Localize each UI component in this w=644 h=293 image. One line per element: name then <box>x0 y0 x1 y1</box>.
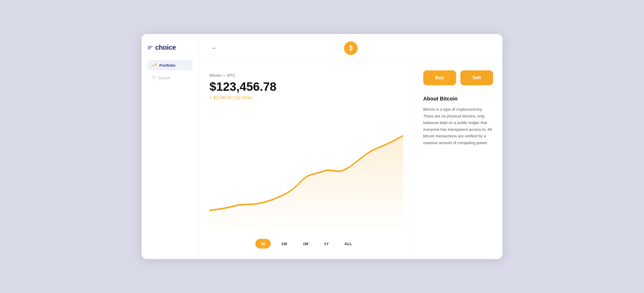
tab-1w[interactable]: 1W <box>276 239 292 249</box>
logo: choice <box>148 43 193 52</box>
tab-1m[interactable]: 1M <box>298 239 314 249</box>
sidebar-item-portfolio[interactable]: Portfolio <box>148 60 193 70</box>
tab-1d[interactable]: 1D <box>255 239 271 249</box>
back-button[interactable]: ← <box>210 44 219 52</box>
coin-change: + $2,345.67 (12.34%) <box>210 95 403 100</box>
main-content: ← ₿ Bitcoin — BTC $123,456.78 + $2,345.6… <box>199 34 502 259</box>
search-placeholder: Search <box>158 76 170 80</box>
tab-all[interactable]: ALL <box>339 239 357 249</box>
chart-area: Bitcoin — BTC $123,456.78 + $2,345.67 (1… <box>199 63 414 259</box>
search-icon <box>151 75 156 80</box>
about-title: About Bitcoin <box>423 96 493 102</box>
time-tabs: 1D 1W 1M 1Y ALL <box>210 233 403 251</box>
about-section: About Bitcoin Bitcoin is a type of crypt… <box>423 96 493 146</box>
coin-price: $123,456.78 <box>210 80 403 94</box>
action-buttons: Buy Sell <box>423 70 493 85</box>
top-bar: ← ₿ <box>199 34 502 63</box>
right-panel: Buy Sell About Bitcoin Bitcoin is a type… <box>414 63 502 259</box>
sidebar: choice Portfolio Search <box>142 34 199 259</box>
trending-up-icon <box>151 63 157 68</box>
price-chart <box>210 108 403 233</box>
sell-button[interactable]: Sell <box>460 70 493 85</box>
portfolio-label: Portfolio <box>159 63 176 67</box>
svg-line-1 <box>154 78 155 79</box>
coin-label: Bitcoin — BTC <box>210 73 403 77</box>
search-box[interactable]: Search <box>148 72 193 83</box>
tab-1y[interactable]: 1Y <box>319 239 334 249</box>
sidebar-nav: Portfolio Search <box>148 60 193 83</box>
content-body: Bitcoin — BTC $123,456.78 + $2,345.67 (1… <box>199 63 502 259</box>
crypto-logo: ₿ <box>344 41 358 55</box>
about-text: Bitcoin is a type of cryptocurrency. The… <box>423 106 493 146</box>
app-container: choice Portfolio Search <box>142 34 502 259</box>
buy-button[interactable]: Buy <box>423 70 456 85</box>
app-name: choice <box>155 43 176 52</box>
bitcoin-symbol: ₿ <box>349 45 352 52</box>
logo-icon <box>148 46 152 49</box>
